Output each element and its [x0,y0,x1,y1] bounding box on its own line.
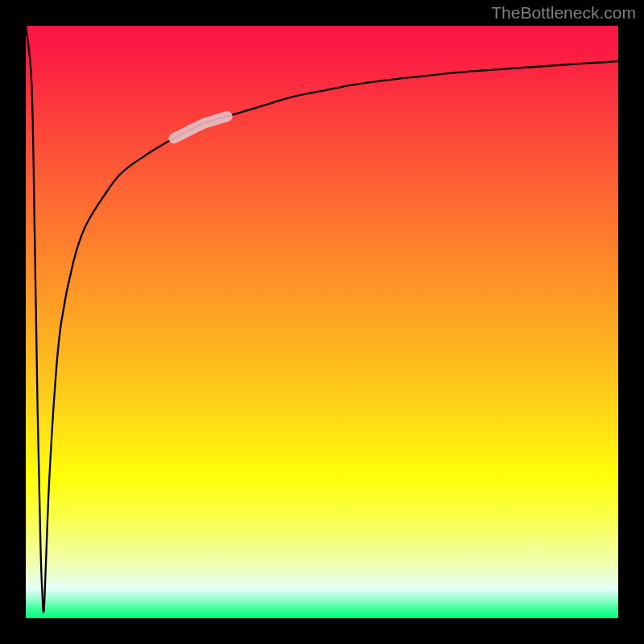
chart-plot-area [26,26,618,618]
attribution-text: TheBottleneck.com [491,3,636,23]
chart-svg [26,26,618,618]
bottleneck-curve-line [26,26,618,613]
curve-highlight-segment [174,117,227,138]
